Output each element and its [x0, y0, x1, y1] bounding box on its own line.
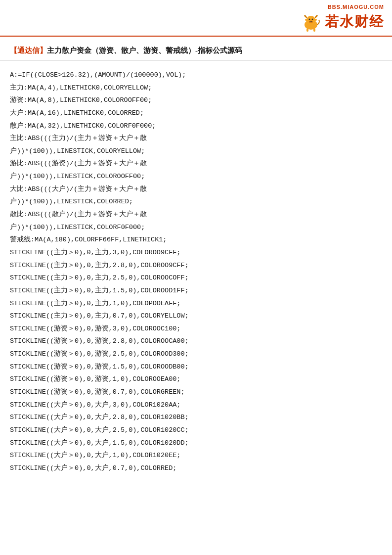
svg-point-2: [309, 19, 310, 20]
bull-icon: [299, 10, 323, 34]
code-line: STICKLINE((游资＞0),0,游资,2.5,0),COLOROOD300…: [10, 348, 382, 361]
title-prefix: 【通达信】: [10, 46, 47, 54]
code-line: STICKLINE((游资＞0),0,游资,3,0),COLOROOC100;: [10, 323, 382, 335]
code-line: STICKLINE((主力＞0),0,主力,2.8,0),COLOROO9CFF…: [10, 259, 382, 272]
code-line: 户))*(100)),LINESTICK,COLORRED;: [10, 195, 382, 208]
code-line: STICKLINE((大户＞0),0,大户,2.5,0),COLOR1020CC…: [10, 424, 382, 437]
code-line: STICKLINE((大户＞0),0,大户,2.8,0),COLOR1020BB…: [10, 411, 382, 424]
title-section: 【通达信】主力散户资金（游资、散户、游资、警戒线）-指标公式源码: [0, 37, 392, 61]
code-content: A:=IF((CLOSE>126.32),(AMOUNT)/(100000),V…: [0, 61, 392, 483]
code-line: STICKLINE((游资＞0),0,游资,1,0),COLOROOEA00;: [10, 373, 382, 386]
code-line: 大比:ABS(((大户)/(主力＋游资＋大户＋散: [10, 183, 382, 196]
page-title: 【通达信】主力散户资金（游资、散户、游资、警戒线）-指标公式源码: [10, 45, 382, 56]
code-line: 散户:MA(A,32),LINETHICK0,COLORF0F000;: [10, 120, 382, 133]
header: BBS.MIAOGU.COM: [0, 0, 392, 37]
code-line: STICKLINE((主力＞0),0,主力,3,0),COLOROO9CFF;: [10, 246, 382, 259]
code-line: STICKLINE((大户＞0),0,大户,1,0),COLOR1020EE;: [10, 449, 382, 462]
code-line: STICKLINE((主力＞0),0,主力,1.5,0),COLOROOD1FF…: [10, 284, 382, 297]
code-line: STICKLINE((大户＞0),0,大户,3,0),COLOR1020AA;: [10, 399, 382, 412]
svg-rect-10: [313, 28, 315, 32]
code-line: A:=IF((CLOSE>126.32),(AMOUNT)/(100000),V…: [10, 69, 382, 82]
logo-area: BBS.MIAOGU.COM: [299, 4, 384, 34]
code-line: STICKLINE((游资＞0),0,游资,1.5,0),COLOROODB00…: [10, 361, 382, 373]
code-line: STICKLINE((大户＞0),0,大户,1.5,0),COLOR1020DD…: [10, 437, 382, 450]
svg-point-4: [309, 21, 313, 23]
code-line: 户))*(100)),LINESTICK,COLORF0F000;: [10, 221, 382, 234]
code-line: STICKLINE((大户＞0),0,大户,0.7,0),COLORRED;: [10, 462, 382, 475]
brand-logo: 若水财经: [299, 10, 384, 34]
code-line: STICKLINE((游资＞0),0,游资,2.8,0),COLOROOCA00…: [10, 335, 382, 348]
svg-point-3: [312, 19, 313, 20]
code-line: STICKLINE((主力＞0),0,主力,1,0),COLОРОOЕАFF;: [10, 297, 382, 310]
code-line: 警戒线:MA(A,180),COLORFF66FF,LINETHICK1;: [10, 233, 382, 246]
code-line: 主力:MA(A,4),LINETHICK0,COLORYELLOW;: [10, 82, 382, 94]
svg-point-5: [310, 21, 311, 22]
bbs-url: BBS.MIAOGU.COM: [328, 4, 384, 10]
code-line: 游资:MA(A,8),LINETHICK0,COLOROOFF00;: [10, 94, 382, 107]
svg-point-8: [314, 19, 317, 21]
brand-name: 若水财经: [325, 12, 384, 31]
title-main: 主力散户资金（游资、散户、游资、警戒线）-指标公式源码: [47, 46, 242, 54]
code-line: 大户:MA(A,16),LINETHICK0,COLORRED;: [10, 107, 382, 120]
code-line: 游比:ABS(((游资)/(主力＋游资＋大户＋散: [10, 157, 382, 170]
svg-point-6: [311, 21, 312, 22]
svg-rect-9: [306, 28, 308, 32]
code-line: 散比:ABS(((散户)/(主力＋游资＋大户＋散: [10, 208, 382, 221]
svg-point-7: [305, 19, 308, 21]
code-line: STICKLINE((游资＞0),0,游资,0.7,0),COLORGREEN;: [10, 386, 382, 399]
code-line: 户))*(100)),LINESTICK,COLOROOFF00;: [10, 170, 382, 183]
code-line: 户))*(100)),LINESTICK,COLORYELLOW;: [10, 145, 382, 158]
code-line: STICKLINE((主力＞0),0,主力,0.7,0),COLORYELLOW…: [10, 310, 382, 323]
code-line: STICKLINE((主力＞0),0,主力,2.5,0),COLOROOCOFF…: [10, 272, 382, 284]
code-line: 主比:ABS(((主力)/(主力＋游资＋大户＋散: [10, 132, 382, 145]
